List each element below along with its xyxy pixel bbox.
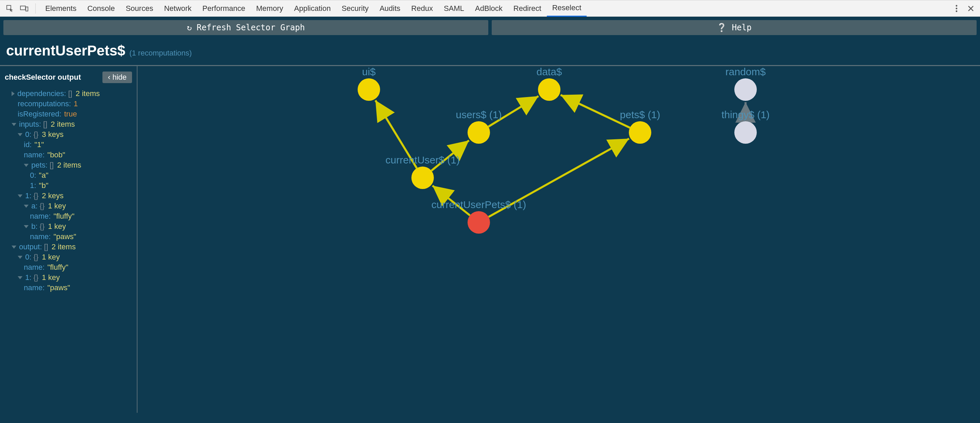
graph-node-ui[interactable] bbox=[358, 78, 380, 101]
chevron-left-icon: ‹ bbox=[108, 73, 110, 82]
tree-key: b: bbox=[31, 221, 37, 231]
tab-adblock[interactable]: AdBlock bbox=[469, 0, 508, 17]
tree-row[interactable]: a:{}1 key bbox=[5, 201, 132, 211]
graph-node-data[interactable] bbox=[538, 78, 560, 101]
caret-right-icon[interactable] bbox=[11, 91, 14, 96]
tree-row[interactable]: 1:"b" bbox=[5, 180, 132, 191]
caret-down-icon[interactable] bbox=[18, 133, 22, 136]
tree-row[interactable]: name:"fluffy" bbox=[5, 262, 132, 273]
graph-label: users$ (1) bbox=[456, 109, 501, 120]
tab-application[interactable]: Application bbox=[288, 0, 336, 17]
tab-network[interactable]: Network bbox=[159, 0, 197, 17]
reselect-panel: ↻ Refresh Selector Graph ❔ Help currentU… bbox=[0, 17, 980, 423]
tree-key: name: bbox=[24, 283, 45, 293]
tree-row[interactable]: name:"paws" bbox=[5, 231, 132, 242]
tab-console[interactable]: Console bbox=[82, 0, 121, 17]
graph-node-users[interactable] bbox=[468, 121, 490, 144]
selector-graph[interactable]: ui$data$random$users$ (1)pets$ (1)thingy… bbox=[137, 66, 980, 413]
tree-row[interactable]: dependencies:[]2 items bbox=[5, 89, 132, 99]
tab-security[interactable]: Security bbox=[336, 0, 374, 17]
tree-row[interactable]: name:"fluffy" bbox=[5, 211, 132, 221]
graph-label: pets$ (1) bbox=[620, 109, 660, 120]
separator bbox=[35, 3, 36, 14]
tree-row[interactable]: 0:"a" bbox=[5, 170, 132, 180]
graph-label: ui$ bbox=[362, 66, 375, 77]
tree-value: "1" bbox=[34, 140, 44, 150]
graph-label: data$ bbox=[536, 66, 562, 77]
tree-value: "b" bbox=[39, 180, 48, 191]
tree-value: "bob" bbox=[47, 150, 65, 160]
tree-row[interactable]: 0:{}3 keys bbox=[5, 129, 132, 140]
tree-hint: 1 key bbox=[42, 273, 60, 283]
close-icon[interactable] bbox=[965, 3, 977, 14]
devtools-toolbar: ElementsConsoleSourcesNetworkPerformance… bbox=[0, 0, 980, 17]
json-tree[interactable]: dependencies:[]2 itemsrecomputations:1is… bbox=[5, 89, 132, 293]
graph-node-random[interactable] bbox=[734, 78, 757, 101]
caret-down-icon[interactable] bbox=[18, 256, 22, 259]
tab-saml[interactable]: SAML bbox=[438, 0, 469, 17]
svg-point-3 bbox=[956, 5, 958, 6]
tree-hint: 1 key bbox=[48, 201, 66, 211]
graph-node-pets[interactable] bbox=[629, 121, 651, 144]
caret-down-icon[interactable] bbox=[18, 276, 22, 279]
tree-row[interactable]: 1:{}1 key bbox=[5, 273, 132, 283]
tab-redux[interactable]: Redux bbox=[406, 0, 439, 17]
selector-header: currentUserPets$ (1 recomputations) bbox=[0, 38, 980, 66]
tree-row[interactable]: id:"1" bbox=[5, 140, 132, 150]
tree-row[interactable]: isRegistered:true bbox=[5, 109, 132, 119]
tree-key: 0: bbox=[30, 170, 36, 180]
tab-sources[interactable]: Sources bbox=[120, 0, 159, 17]
tab-audits[interactable]: Audits bbox=[374, 0, 406, 17]
tree-hint: 2 items bbox=[51, 119, 75, 129]
tab-elements[interactable]: Elements bbox=[40, 0, 82, 17]
device-toggle-icon[interactable] bbox=[18, 3, 30, 14]
graph-node-thingy[interactable] bbox=[734, 121, 757, 144]
caret-down-icon[interactable] bbox=[11, 246, 16, 249]
svg-point-5 bbox=[956, 10, 958, 12]
tree-key: 1: bbox=[25, 273, 31, 283]
devtools-tabs: ElementsConsoleSourcesNetworkPerformance… bbox=[40, 0, 587, 17]
tree-hint: 2 items bbox=[57, 160, 81, 170]
tree-row[interactable]: pets:[]2 items bbox=[5, 160, 132, 170]
tree-row[interactable]: b:{}1 key bbox=[5, 221, 132, 231]
refresh-button[interactable]: ↻ Refresh Selector Graph bbox=[3, 20, 488, 35]
tab-reselect[interactable]: Reselect bbox=[547, 0, 587, 17]
graph-label: random$ bbox=[725, 66, 766, 77]
tree-hint: 2 keys bbox=[42, 191, 64, 201]
tree-row[interactable]: name:"paws" bbox=[5, 283, 132, 293]
graph-node-curPets[interactable] bbox=[468, 211, 490, 234]
caret-down-icon[interactable] bbox=[18, 195, 22, 198]
caret-down-icon[interactable] bbox=[11, 123, 16, 126]
tree-key: inputs: bbox=[19, 119, 41, 129]
tree-row[interactable]: recomputations:1 bbox=[5, 99, 132, 109]
tree-row[interactable]: output:[]2 items bbox=[5, 242, 132, 252]
graph-node-curUser[interactable] bbox=[411, 166, 434, 189]
selector-title: currentUserPets$ bbox=[6, 43, 125, 59]
sidebar-title: checkSelector output bbox=[5, 73, 81, 82]
tree-key: pets: bbox=[31, 160, 48, 170]
tree-row[interactable]: inputs:[]2 items bbox=[5, 119, 132, 129]
tree-row[interactable]: name:"bob" bbox=[5, 150, 132, 160]
tree-key: dependencies: bbox=[18, 89, 66, 99]
tree-key: 1: bbox=[25, 191, 31, 201]
tab-memory[interactable]: Memory bbox=[251, 0, 288, 17]
help-button[interactable]: ❔ Help bbox=[492, 20, 977, 35]
tree-value: "paws" bbox=[47, 283, 70, 293]
kebab-menu-icon[interactable] bbox=[951, 3, 962, 14]
hide-button[interactable]: ‹ hide bbox=[102, 72, 132, 83]
tab-redirect[interactable]: Redirect bbox=[508, 0, 547, 17]
caret-down-icon[interactable] bbox=[24, 205, 29, 208]
inspect-icon[interactable] bbox=[4, 3, 16, 14]
tab-performance[interactable]: Performance bbox=[197, 0, 251, 17]
tree-value: "fluffy" bbox=[47, 262, 68, 273]
tree-key: output: bbox=[19, 242, 42, 252]
tree-row[interactable]: 1:{}2 keys bbox=[5, 191, 132, 201]
caret-down-icon[interactable] bbox=[24, 164, 29, 167]
tree-key: isRegistered: bbox=[18, 109, 61, 119]
tree-key: name: bbox=[30, 231, 51, 242]
graph-edge bbox=[560, 95, 630, 128]
tree-row[interactable]: 0:{}1 key bbox=[5, 252, 132, 262]
tree-key: 0: bbox=[25, 252, 31, 262]
caret-down-icon[interactable] bbox=[24, 225, 29, 228]
tree-key: id: bbox=[24, 140, 32, 150]
